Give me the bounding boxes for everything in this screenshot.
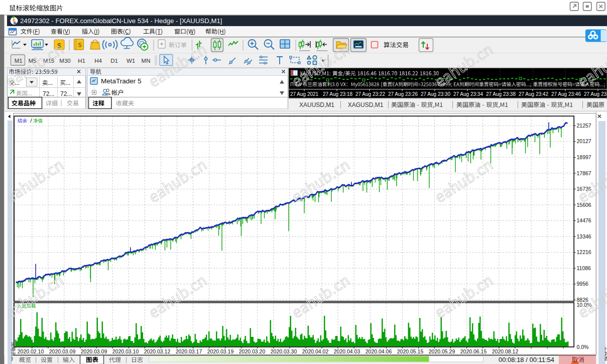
svg-text:27 Aug 23:22: 27 Aug 23:22 [355, 91, 385, 97]
svg-text:2020.03.19: 2020.03.19 [207, 348, 234, 354]
svg-text:2020.02.10: 2020.02.10 [18, 348, 44, 354]
svg-text:27 Aug 23:18: 27 Aug 23:18 [323, 91, 352, 97]
svg-text:2020.03.09: 2020.03.09 [49, 348, 76, 354]
svg-text:13346: 13346 [577, 233, 591, 239]
svg-text:M1: M1 [15, 58, 23, 64]
svg-text:2020.05.29: 2020.05.29 [429, 348, 455, 354]
svg-text:5: 5 [78, 41, 81, 49]
svg-text:10.0%: 10.0% [577, 302, 592, 308]
svg-text:18997: 18997 [577, 154, 591, 160]
svg-text:27 Aug 23:26: 27 Aug 23:26 [388, 91, 418, 97]
svg-text:2020.04.03: 2020.04.03 [334, 348, 360, 354]
svg-text:M5: M5 [29, 58, 37, 64]
svg-text:15606: 15606 [577, 202, 591, 208]
svg-text:2020.05.15: 2020.05.15 [397, 348, 424, 354]
svg-text:D1: D1 [110, 58, 118, 64]
svg-text:27 Aug 23:50: 27 Aug 23:50 [584, 91, 607, 97]
svg-text:5: 5 [13, 18, 16, 24]
svg-text:2020.04.06: 2020.04.06 [366, 348, 392, 354]
svg-text:2020.03.10: 2020.03.10 [112, 348, 139, 354]
svg-text:72...: 72... [60, 90, 72, 97]
svg-text:MN: MN [142, 58, 151, 64]
svg-text:XAUUSD,M1: XAUUSD,M1 [299, 101, 334, 108]
svg-text:27 Aug 2021: 27 Aug 2021 [290, 91, 319, 97]
svg-text:12216: 12216 [577, 249, 591, 255]
svg-text:72...: 72... [43, 90, 54, 97]
svg-text:H4: H4 [94, 58, 102, 64]
svg-text:00:08:18 / 00:11:54: 00:08:18 / 00:11:54 [499, 356, 554, 363]
svg-text:14476: 14476 [577, 217, 591, 223]
svg-text:11086: 11086 [577, 265, 591, 271]
svg-text:17867: 17867 [577, 170, 591, 176]
svg-text:27 Aug 23:34: 27 Aug 23:34 [453, 91, 483, 97]
svg-text:27 Aug 23:42: 27 Aug 23:42 [519, 91, 548, 97]
svg-text:2020.08.12: 2020.08.12 [492, 348, 519, 354]
svg-text:M30: M30 [59, 58, 70, 64]
svg-text:27 Aug 23:30: 27 Aug 23:30 [421, 91, 450, 97]
svg-text:24972302 - FOREX.comGlobalCN-L: 24972302 - FOREX.comGlobalCN-Live 534 - … [20, 17, 222, 25]
svg-text:9956: 9956 [577, 281, 589, 287]
svg-text:2020.03.30: 2020.03.30 [271, 348, 297, 354]
svg-text:21257: 21257 [577, 123, 591, 129]
svg-text:20127: 20127 [577, 138, 591, 144]
svg-text:2020.06.15: 2020.06.15 [460, 348, 487, 354]
svg-text:2020.03.17: 2020.03.17 [176, 348, 202, 354]
svg-text:27 Aug 23:38: 27 Aug 23:38 [486, 91, 516, 97]
svg-text:27 Aug 23:46: 27 Aug 23:46 [551, 91, 581, 97]
svg-text:2020.03.09: 2020.03.09 [81, 348, 107, 354]
svg-text:W1: W1 [127, 58, 135, 64]
svg-text:XAGUSD,M1: XAGUSD,M1 [348, 101, 384, 108]
svg-text:MetaTrader 5: MetaTrader 5 [101, 77, 142, 85]
svg-text:2020.04.02: 2020.04.02 [302, 348, 329, 354]
svg-text:2020.03.20: 2020.03.20 [239, 348, 266, 354]
svg-text:0.0%: 0.0% [577, 344, 589, 350]
svg-text:2020.03.12: 2020.03.12 [144, 348, 171, 354]
svg-text:H1: H1 [78, 58, 85, 64]
